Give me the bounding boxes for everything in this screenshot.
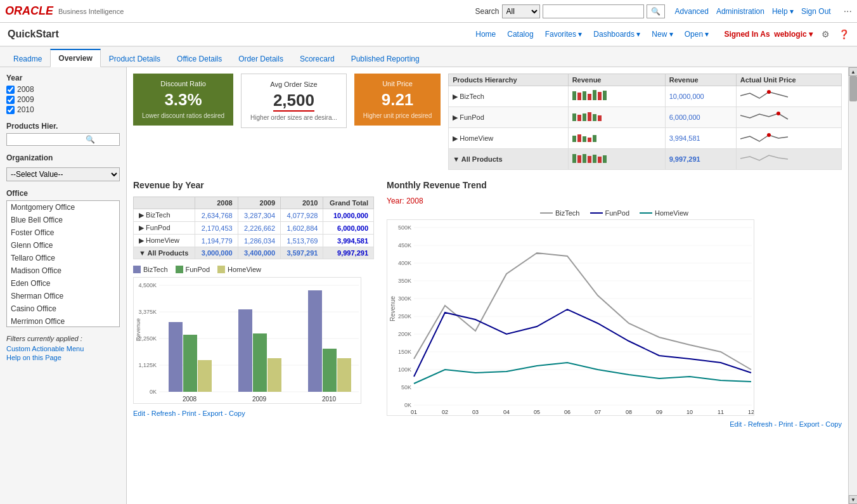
svg-rect-6 <box>603 91 607 100</box>
bi-label: Business Intelligence <box>58 8 124 15</box>
top-nav-links: Advanced Administration Help ▾ Sign Out … <box>675 6 852 17</box>
kpi-discount-card: Discount Ratio 3.3% Lower discount ratio… <box>133 74 233 126</box>
prod-funpod-name: ▶ FunPod <box>449 107 568 128</box>
svg-rect-26 <box>598 157 602 163</box>
rev-funpod-name: ▶ FunPod <box>134 222 195 235</box>
open-nav-link[interactable]: Open ▾ <box>681 29 713 40</box>
rev-row-homeview: ▶ HomeView 1,194,779 1,286,034 1,513,769… <box>134 235 374 247</box>
search-button[interactable]: 🔍 <box>647 4 665 18</box>
office-list[interactable]: Montgomery Office Blue Bell Office Foste… <box>6 200 120 327</box>
trend-edit-link[interactable]: Edit <box>730 420 742 428</box>
kpi-unitprice-card: Unit Price 9.21 Higher unit price desire… <box>354 74 441 126</box>
bar-export-link[interactable]: Export <box>202 410 222 417</box>
products-search-box[interactable]: 🔍 <box>6 133 120 146</box>
settings-icon[interactable]: ⚙ <box>822 29 830 39</box>
svg-text:12: 12 <box>748 409 754 415</box>
svg-rect-9 <box>577 115 581 121</box>
rev-all-2008: 3,000,000 <box>195 247 238 259</box>
scroll-up-btn[interactable]: ▲ <box>849 67 857 76</box>
rev-biztech-2010: 4,077,928 <box>281 209 323 222</box>
bar-edit-link[interactable]: Edit <box>133 410 145 417</box>
trend-export-link[interactable]: Export <box>799 420 820 428</box>
tab-office-details[interactable]: Office Details <box>169 50 230 67</box>
tab-order-details[interactable]: Order Details <box>230 50 292 67</box>
year-2009-checkbox[interactable] <box>6 96 15 104</box>
rev-row-allproducts: ▼ All Products 3,000,000 3,400,000 3,597… <box>134 247 374 259</box>
office-item-merrimon[interactable]: Merrimon Office <box>7 315 119 327</box>
year-label-text: Year: <box>387 197 404 205</box>
user-dropdown-arrow[interactable]: ▾ <box>809 30 813 39</box>
kpi-avgorder-value: 2,500 <box>250 91 337 112</box>
svg-text:Revenue: Revenue <box>135 318 141 341</box>
office-item-sherman[interactable]: Sherman Office <box>7 290 119 302</box>
tab-published-reporting[interactable]: Published Reporting <box>343 50 428 67</box>
legend-homeview-line <box>640 210 652 216</box>
office-item-tellaro[interactable]: Tellaro Office <box>7 252 119 264</box>
trend-legend-homeview: HomeView <box>640 209 688 217</box>
tab-product-details[interactable]: Product Details <box>101 50 169 67</box>
rev-funpod-2010: 1,602,884 <box>281 222 323 235</box>
kpi-unitprice-title: Unit Price <box>363 80 432 87</box>
office-item-madison[interactable]: Madison Office <box>7 264 119 277</box>
office-item-glenn[interactable]: Glenn Office <box>7 239 119 252</box>
help-page-link[interactable]: Help on this Page <box>6 354 120 361</box>
bar-funpod-2009 <box>253 333 267 392</box>
svg-text:Revenue: Revenue <box>389 296 396 321</box>
products-search-icon: 🔍 <box>86 135 95 144</box>
catalog-nav-link[interactable]: Catalog <box>503 29 537 40</box>
svg-rect-27 <box>603 155 607 163</box>
table-row-biztech: ▶ BizTech <box>449 86 842 107</box>
monthly-trend-section: Monthly Revenue Trend Year: 2008 BizTech <box>387 180 842 428</box>
sidebar: Year 2008 2009 2010 Products Hier. 🔍 <box>0 67 127 504</box>
help-link[interactable]: Help ▾ <box>772 7 794 16</box>
year-2009-label[interactable]: 2009 <box>6 95 120 104</box>
administration-link[interactable]: Administration <box>716 7 764 16</box>
search-input[interactable] <box>543 4 644 18</box>
bar-homeview-2010 <box>337 358 351 392</box>
trend-print-link[interactable]: Print <box>778 420 793 428</box>
svg-rect-19 <box>593 135 596 142</box>
custom-menu-link[interactable]: Custom Actionable Menu <box>6 345 120 352</box>
bar-refresh-link[interactable]: Refresh <box>151 410 176 417</box>
trend-refresh-link[interactable]: Refresh <box>748 420 773 428</box>
year-2008-label[interactable]: 2008 <box>6 85 120 94</box>
office-item-casino[interactable]: Casino Office <box>7 302 119 315</box>
year-2010-checkbox[interactable] <box>6 106 15 114</box>
search-scope-select[interactable]: All <box>502 4 540 18</box>
office-item-bluebell[interactable]: Blue Bell Office <box>7 214 119 226</box>
products-search-input[interactable] <box>10 135 86 144</box>
svg-text:11: 11 <box>718 409 724 415</box>
bar-copy-link[interactable]: Copy <box>229 410 245 417</box>
rev-biztech-total: 10,000,000 <box>323 209 374 222</box>
home-nav-link[interactable]: Home <box>472 29 499 40</box>
new-nav-link[interactable]: New ▾ <box>648 29 676 40</box>
tab-overview[interactable]: Overview <box>50 49 100 67</box>
year-2008-checkbox[interactable] <box>6 86 15 94</box>
bar-print-link[interactable]: Print <box>182 410 197 417</box>
trend-copy-link[interactable]: Copy <box>825 420 842 428</box>
office-item-montgomery[interactable]: Montgomery Office <box>7 201 119 214</box>
org-select[interactable]: --Select Value-- <box>6 167 120 181</box>
vertical-scrollbar[interactable]: ▲ ▼ <box>848 67 857 504</box>
sign-out-link[interactable]: Sign Out <box>801 7 831 16</box>
year-filter-label: Year <box>6 74 120 82</box>
svg-text:09: 09 <box>656 409 662 415</box>
scroll-thumb[interactable] <box>849 76 857 101</box>
rev-col-2010: 2010 <box>281 197 323 209</box>
office-filter-label: Office <box>6 189 120 198</box>
favorites-nav-link[interactable]: Favorites ▾ <box>541 29 586 40</box>
svg-text:350K: 350K <box>398 278 411 284</box>
year-2010-label[interactable]: 2010 <box>6 105 120 114</box>
tab-scorecard[interactable]: Scorecard <box>292 50 343 67</box>
svg-rect-1 <box>577 93 581 100</box>
advanced-link[interactable]: Advanced <box>675 7 709 16</box>
svg-text:2010: 2010 <box>322 396 337 403</box>
help-circle-icon[interactable]: ❓ <box>839 29 849 39</box>
office-item-foster[interactable]: Foster Office <box>7 226 119 239</box>
scroll-down-btn[interactable]: ▼ <box>849 495 857 504</box>
tab-readme[interactable]: Readme <box>5 50 50 67</box>
dashboards-nav-link[interactable]: Dashboards ▾ <box>590 29 644 40</box>
office-item-eden[interactable]: Eden Office <box>7 277 119 290</box>
scroll-track[interactable] <box>849 76 857 495</box>
prod-homeview-name: ▶ HomeView <box>449 128 568 149</box>
